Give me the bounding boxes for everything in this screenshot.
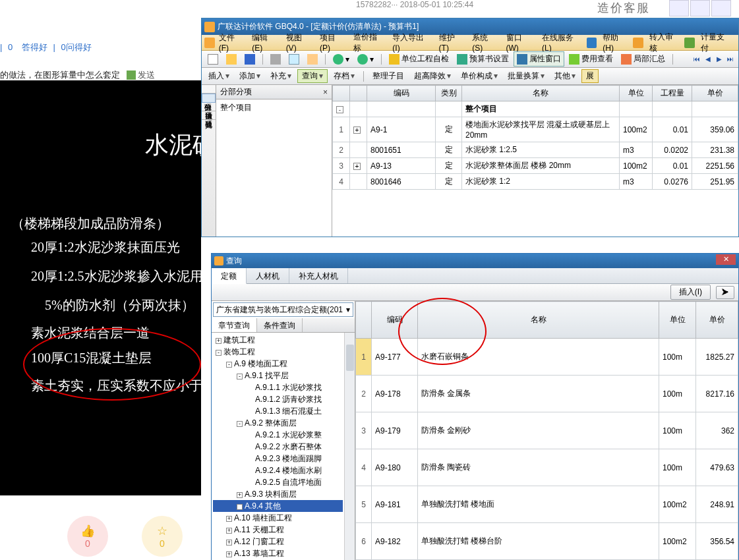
cost-view-button[interactable]: 费用查看: [566, 51, 616, 67]
add-dropdown[interactable]: 添加: [235, 69, 264, 83]
tree-node[interactable]: -A.9 楼地面工程: [213, 358, 343, 370]
avatar[interactable]: [711, 0, 731, 16]
hd-dropdown[interactable]: 超高降效: [410, 69, 455, 83]
close-button[interactable]: ✕: [716, 254, 736, 265]
table-row[interactable]: 28001651定水泥砂浆 1:2.5m30.0202231.38: [333, 142, 738, 158]
table-row[interactable]: 3A9-179防滑条 金刚砂100m362: [356, 412, 738, 449]
table-row[interactable]: 3+A9-13定水泥砂浆整体面层 楼梯 20mm100m20.012251.56: [333, 158, 738, 174]
col-price[interactable]: 单价: [696, 302, 738, 339]
table-row[interactable]: 4A9-180防滑条 陶瓷砖100m479.63: [356, 449, 738, 486]
tree-node[interactable]: A.9.2.1 水泥砂浆整: [213, 429, 343, 441]
thumbs-up-button[interactable]: 👍 0: [67, 516, 108, 557]
subtab-condition[interactable]: 条件查询: [257, 318, 303, 332]
avatar[interactable]: [669, 0, 689, 16]
col-exp[interactable]: [350, 86, 367, 101]
tab-material[interactable]: 人材机: [247, 268, 289, 283]
menu-file[interactable]: 文件(F): [215, 30, 249, 55]
budget-set-button[interactable]: 预算书设置: [454, 51, 512, 67]
col-qty[interactable]: 工程量: [653, 86, 692, 101]
tree-node[interactable]: +建筑工程: [213, 334, 343, 346]
col-unit[interactable]: 单位: [659, 302, 696, 339]
nav-prev[interactable]: ◀: [703, 55, 713, 64]
main-grid-table[interactable]: 编码 类别 名称 单位 工程量 单价 -整个项目1+A9-1定楼地面水泥砂浆找平…: [332, 85, 738, 190]
copy-button[interactable]: [285, 52, 303, 67]
tree-node[interactable]: A.9.1.3 细石混凝土: [213, 405, 343, 417]
save-button[interactable]: [241, 52, 258, 67]
good-question-link[interactable]: 0问得好: [61, 42, 91, 52]
local-sum-button[interactable]: 局部汇总: [618, 51, 668, 67]
tree-node[interactable]: A.9.2.2 水磨石整体: [213, 441, 343, 453]
undo-button[interactable]: ▾: [330, 52, 353, 67]
redo-button[interactable]: ▾: [354, 52, 377, 67]
nav-first[interactable]: ⏮: [692, 55, 702, 64]
tidy-button[interactable]: 整理子目: [369, 69, 408, 83]
menu-view[interactable]: 视图(V): [282, 30, 316, 55]
unit-check-button[interactable]: 单位工程自检: [386, 51, 452, 67]
open-button[interactable]: [223, 52, 240, 67]
vtab-overview[interactable]: 工程概况: [202, 85, 216, 94]
insert-dropdown[interactable]: 插入: [204, 69, 233, 83]
tree-node[interactable]: A.9.2.3 楼地面踢脚: [213, 453, 343, 464]
good-answer-label[interactable]: 答得好: [22, 42, 47, 52]
star-button[interactable]: ☆ 0: [142, 516, 183, 557]
other-dropdown[interactable]: 其他: [550, 69, 579, 83]
vtab-sections[interactable]: 分部分项: [202, 94, 216, 103]
col-rownum[interactable]: [356, 302, 372, 339]
menu-edit[interactable]: 编辑(E): [248, 30, 281, 55]
new-button[interactable]: [204, 52, 222, 67]
tree-node[interactable]: A.9.2.5 自流坪地面: [213, 476, 343, 488]
fill-dropdown[interactable]: 补充: [266, 69, 295, 83]
tree-node[interactable]: +A.9.4 其他: [213, 500, 343, 512]
batch-dropdown[interactable]: 批量换算: [504, 69, 548, 83]
vtab-other[interactable]: 其他项目: [202, 111, 216, 120]
table-row[interactable]: 1+A9-1定楼地面水泥砂浆找平层 混凝土或硬基层上 20mm100m20.01…: [333, 117, 738, 142]
quota-book-dropdown[interactable]: 广东省建筑与装饰工程综合定额(201 ▾: [213, 302, 353, 317]
query-dropdown[interactable]: 查询: [297, 69, 328, 83]
table-row[interactable]: 5A9-181单独酸洗打蜡 楼地面100m2248.91: [356, 486, 738, 523]
tree-node[interactable]: -A.9.2 整体面层: [213, 417, 343, 429]
tree-node[interactable]: A.9.2.4 楼地面水刷: [213, 464, 343, 476]
col-name[interactable]: 名称: [462, 86, 620, 101]
tree-node[interactable]: +A.10 墙柱面工程: [213, 512, 343, 524]
send-button[interactable]: 发送: [127, 69, 155, 81]
tree-node[interactable]: -A.9.1 找平层: [213, 370, 343, 381]
save-dropdown[interactable]: 存档: [330, 69, 359, 83]
expand-button[interactable]: 展: [581, 69, 599, 83]
col-price[interactable]: 单价: [692, 86, 738, 101]
paste-button[interactable]: [304, 52, 321, 67]
tree-node[interactable]: +A.12 门窗工程: [213, 536, 343, 547]
project-tree[interactable]: 整个项目: [216, 99, 332, 237]
table-row[interactable]: 6A9-182单独酸洗打蜡 楼梯台阶100m2356.54: [356, 523, 738, 560]
tree-node[interactable]: +A.13 幕墙工程: [213, 547, 343, 559]
nav-last[interactable]: ⏭: [725, 55, 736, 64]
compose-dropdown[interactable]: 单价构成: [457, 69, 502, 83]
cut-button[interactable]: [267, 52, 284, 67]
tree-node[interactable]: A.9.1.1 水泥砂浆找: [213, 381, 343, 393]
insert-button[interactable]: 插入(I): [670, 285, 711, 300]
table-row[interactable]: -整个项目: [333, 101, 738, 117]
tree-root[interactable]: 整个项目: [220, 103, 252, 112]
col-type[interactable]: 类别: [436, 86, 462, 101]
col-code[interactable]: 编码: [367, 86, 436, 101]
expand-button[interactable]: ⮞: [716, 286, 734, 299]
subtab-chapter[interactable]: 章节查询: [212, 318, 257, 332]
chapter-tree[interactable]: +建筑工程-装饰工程-A.9 楼地面工程-A.9.1 找平层A.9.1.1 水泥…: [212, 333, 344, 560]
tab-supplement[interactable]: 补充人材机: [289, 268, 348, 283]
menu-project[interactable]: 项目(P): [316, 30, 349, 55]
col-unit[interactable]: 单位: [620, 86, 653, 101]
prop-window-button[interactable]: 属性窗口: [514, 51, 564, 67]
tree-node[interactable]: -装饰工程: [213, 346, 343, 358]
tab-quota[interactable]: 定额: [212, 268, 247, 284]
table-row[interactable]: 48001646定水泥砂浆 1:2m30.0276251.95: [333, 174, 738, 190]
menu-calc[interactable]: 计量支付: [697, 30, 736, 56]
avatar[interactable]: [690, 0, 710, 16]
table-row[interactable]: 2A9-178防滑条 金属条100m8217.16: [356, 376, 738, 412]
query-title-bar[interactable]: 查询 ✕: [212, 254, 738, 268]
scrollbar[interactable]: [344, 333, 355, 560]
col-rownum[interactable]: [333, 86, 350, 101]
nav-next[interactable]: ▶: [714, 55, 724, 64]
tree-node[interactable]: +A.11 天棚工程: [213, 524, 343, 536]
close-icon[interactable]: ×: [323, 88, 328, 97]
tree-node[interactable]: A.9.1.2 沥青砂浆找: [213, 393, 343, 405]
vtab-measures[interactable]: 措施项目: [202, 103, 216, 111]
